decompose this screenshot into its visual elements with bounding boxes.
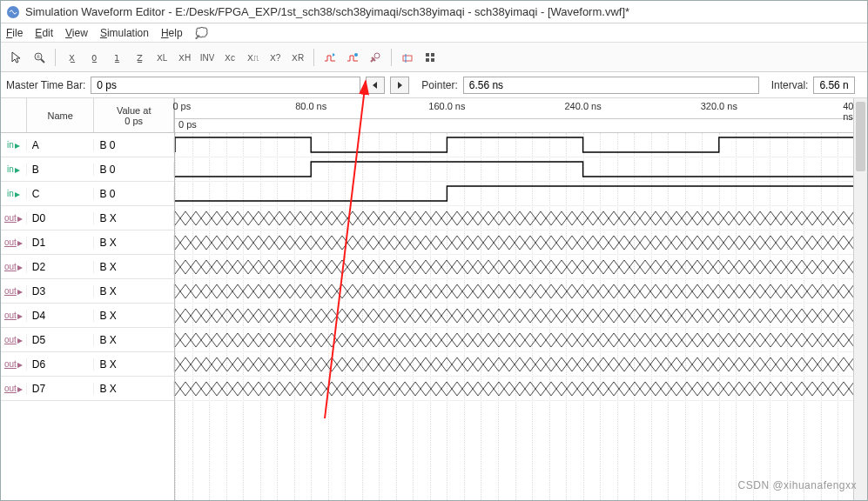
force-clock-button[interactable]: Ⅹ⎍ [242, 47, 263, 68]
run-functional-button[interactable] [320, 47, 340, 68]
pin-in-icon: in▸ [1, 139, 27, 151]
force-clock-icon: Ⅹ⎍ [246, 50, 259, 64]
menu-view[interactable]: View [65, 27, 88, 39]
wave-row[interactable] [175, 279, 867, 304]
signal-name: D1 [27, 237, 95, 249]
unknown-wave [175, 328, 855, 352]
force-high-button[interactable]: 1̲ [106, 47, 127, 68]
snap-icon [400, 50, 414, 64]
master-time-label: Master Time Bar: [6, 79, 85, 91]
svg-rect-19 [426, 53, 429, 57]
wave-row[interactable] [175, 230, 867, 255]
force-weak-high-button[interactable]: ⅩH [174, 47, 195, 68]
signal-row[interactable]: out▸D7B X [1, 377, 174, 401]
signal-row[interactable]: in▸BB 0 [1, 157, 174, 182]
signal-value: B X [94, 210, 174, 226]
signal-name: D4 [27, 310, 95, 322]
unknown-wave [175, 206, 855, 230]
force-low-button[interactable]: 0̲ [84, 47, 104, 68]
menu-help[interactable]: Help [161, 27, 183, 39]
pin-out-icon: out▸ [1, 383, 27, 395]
ruler-tick: 160.0 ns [428, 101, 465, 111]
next-transition-button[interactable] [390, 77, 409, 94]
force-arbitrary-icon: Ⅹ? [268, 50, 282, 64]
zoom-icon: ± [32, 50, 46, 64]
prev-transition-button[interactable] [366, 77, 385, 94]
scrollbar-thumb[interactable] [856, 102, 865, 171]
signal-name: C [27, 188, 95, 200]
snap-button[interactable] [397, 47, 418, 68]
pointer-label: Pointer: [421, 79, 457, 91]
col-name-header[interactable]: Name [27, 98, 95, 132]
force-weak-low-button[interactable]: ⅩL [151, 47, 172, 68]
signal-row[interactable]: out▸D3B X [1, 279, 174, 304]
titlebar: Simulation Waveform Editor - E:/Desk/FPG… [1, 1, 867, 23]
interval-input[interactable] [813, 77, 855, 94]
wave-row[interactable] [175, 157, 867, 182]
svg-text:INV: INV [200, 53, 214, 63]
wave-row[interactable] [175, 206, 867, 230]
watermark: CSDN @xihuanafengxx [738, 479, 857, 491]
signal-row[interactable]: out▸D1B X [1, 230, 174, 255]
pin-out-icon: out▸ [1, 358, 27, 371]
master-time-input[interactable] [91, 77, 360, 94]
signal-value: B X [94, 235, 174, 250]
wave-row[interactable] [175, 328, 867, 352]
digital-wave [175, 157, 855, 182]
wave-ruler[interactable]: 0 ps80.0 ns160.0 ns240.0 ns320.0 ns400.0… [175, 98, 867, 119]
wave-row[interactable] [175, 255, 867, 279]
wave-pane[interactable]: 0 ps80.0 ns160.0 ns240.0 ns320.0 ns400.0… [175, 98, 867, 501]
col-value-header[interactable]: Value at 0 ps [94, 98, 174, 132]
settings-button[interactable] [365, 47, 386, 68]
signal-row[interactable]: in▸CB 0 [1, 182, 174, 206]
wave-body[interactable] [175, 133, 867, 501]
pin-in-icon: in▸ [1, 188, 27, 200]
wave-row[interactable] [175, 304, 867, 328]
col-icon-header [1, 98, 27, 132]
svg-text:ⅩL: ⅩL [157, 53, 168, 63]
force-z-button[interactable]: Z̲ [129, 47, 150, 68]
pointer-input[interactable] [463, 77, 759, 94]
signal-row[interactable]: out▸D6B X [1, 352, 174, 377]
toolbar-separator [391, 49, 392, 66]
signal-row[interactable]: in▸AB 0 [1, 133, 174, 157]
force-inv-icon: INV [200, 50, 214, 64]
wave-row[interactable] [175, 352, 867, 377]
run-timing-icon [346, 50, 360, 64]
signal-pane: Name Value at 0 ps in▸AB 0in▸BB 0in▸CB 0… [1, 98, 175, 501]
signal-name: D5 [27, 334, 95, 346]
svg-text:0̲: 0̲ [91, 53, 98, 63]
force-random-button[interactable]: ⅩR [287, 47, 308, 68]
force-count-button[interactable]: Ⅹc [219, 47, 240, 68]
force-arbitrary-button[interactable]: Ⅹ? [265, 47, 286, 68]
force-inv-button[interactable]: INV [197, 47, 218, 68]
ruler-tick: 320.0 ns [701, 101, 737, 111]
svg-text:1̲: 1̲ [114, 53, 120, 63]
vertical-scrollbar[interactable] [853, 98, 867, 501]
signal-header: Name Value at 0 ps [1, 98, 174, 133]
wave-row[interactable] [175, 182, 867, 206]
wave-cursor-label: 0 ps [175, 119, 867, 133]
signal-row[interactable]: out▸D2B X [1, 255, 174, 279]
pin-out-icon: out▸ [1, 310, 27, 322]
unknown-wave [175, 352, 855, 377]
menu-file[interactable]: File [6, 27, 23, 39]
svg-point-16 [374, 53, 380, 58]
unknown-wave [175, 377, 855, 401]
menu-edit[interactable]: Edit [35, 27, 53, 39]
signal-value: B X [94, 284, 174, 299]
run-timing-button[interactable] [342, 47, 363, 68]
wave-row[interactable] [175, 133, 867, 157]
pointer-button[interactable] [6, 47, 27, 68]
menu-simulation[interactable]: Simulation [100, 27, 149, 39]
svg-text:Ⅹ̲: Ⅹ̲ [69, 53, 76, 63]
signal-row[interactable]: out▸D0B X [1, 206, 174, 230]
search-icon[interactable]: 💭 [195, 27, 208, 39]
wave-row[interactable] [175, 377, 867, 401]
zoom-button[interactable]: ± [29, 47, 50, 68]
force-unknown-button[interactable]: Ⅹ̲ [61, 47, 82, 68]
grid-button[interactable] [420, 47, 441, 68]
force-weak-low-icon: ⅩL [155, 50, 169, 64]
signal-row[interactable]: out▸D5B X [1, 328, 174, 352]
signal-row[interactable]: out▸D4B X [1, 304, 174, 328]
